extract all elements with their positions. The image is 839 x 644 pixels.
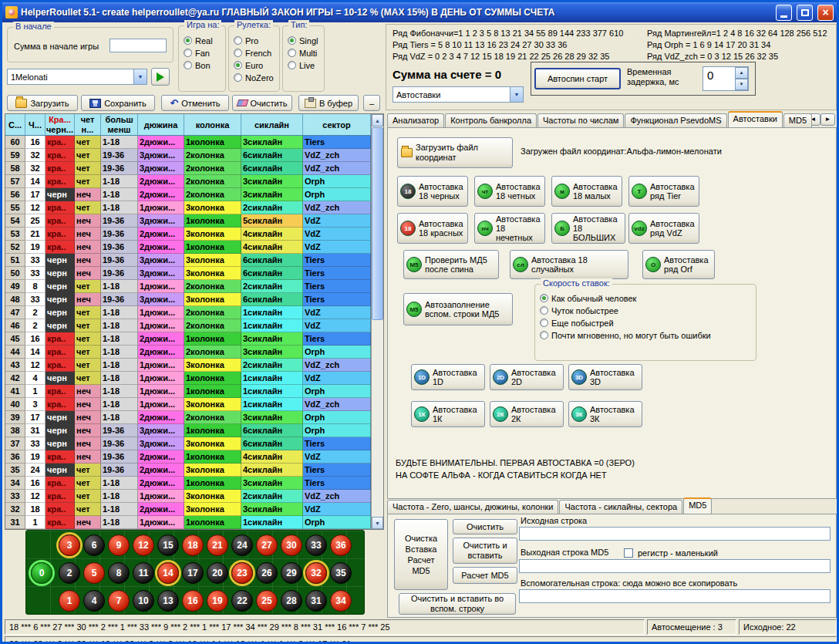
autobet-3k-button[interactable]: 3КАвтоставка 3К [568,401,642,427]
board-number-2[interactable]: 2 [59,562,80,584]
board-number-4[interactable]: 4 [83,590,105,612]
load-coordinates-button[interactable]: Загрузить файл координат [397,137,513,168]
scroll-up-icon[interactable]: ▲ [372,114,383,126]
spin-row-47[interactable]: 472чернчет1-181дюжи...2колонка1сиклайнVd… [5,306,371,319]
board-number-1[interactable]: 1 [59,590,80,612]
spin-row-38[interactable]: 3831черннеч19-363дюжи...1колонка6сиклайн… [5,424,371,437]
spin-row-44[interactable]: 4414кра..чет1-182дюжи...2колонка3сиклайн… [5,346,371,359]
spin-row-48[interactable]: 4833черннеч19-363дюжи...3колонка6сиклайн… [5,293,371,306]
spin-row-37[interactable]: 3733черннеч19-363дюжи...3колонка6сиклайн… [5,437,371,450]
radio-option-3[interactable]: Live [288,60,324,70]
source-string-input[interactable] [519,527,831,541]
spin-row-36[interactable]: 3619кра..неч19-362дюжи...1колонка4сиклай… [5,450,371,464]
board-number-19[interactable]: 19 [207,590,228,612]
board-number-7[interactable]: 7 [108,590,130,612]
spin-row-32[interactable]: 3218кра..чет1-182дюжи...3колонка3сиклайн… [5,503,371,516]
board-number-35[interactable]: 35 [330,562,352,584]
radio-option-1[interactable]: Real [184,35,225,46]
spin-row-57[interactable]: 5714кра..чет1-182дюжи...2колонка3сиклайн… [5,175,371,188]
autobet-18-odd-button[interactable]: нчАвтоставка 18 нечетных [474,213,545,244]
radio-option-3[interactable]: Euro [234,60,279,70]
output-string-input[interactable] [519,559,831,573]
collapse-button[interactable]: – [363,95,380,111]
minimize-button[interactable] [776,5,792,21]
tab-top-4[interactable]: Функционал PsevdoMS [625,113,726,127]
md5-clear-and-paste-button[interactable]: Очистить и вставить [453,538,517,564]
radio-option-2[interactable]: French [234,48,279,58]
board-number-6[interactable]: 6 [83,534,105,556]
board-number-8[interactable]: 8 [108,562,130,584]
spin-row-35[interactable]: 3524чернчет19-362дюжи...3колонка4сиклайн… [5,464,371,477]
tab-top-6[interactable]: MD5 [783,113,812,127]
autobet-18-random-button[interactable]: слАвтоставка 18 случайных [510,250,628,279]
board-number-30[interactable]: 30 [281,534,302,556]
md5-clear-button[interactable]: Очистить [453,519,517,534]
board-number-21[interactable]: 21 [207,534,228,556]
radio-option-3[interactable]: Еще побыстрей [540,318,756,328]
spinner-down-icon[interactable]: ▼ [735,79,748,90]
scroll-down-icon[interactable]: ▼ [372,517,383,529]
board-number-20[interactable]: 20 [207,562,228,584]
board-number-10[interactable]: 10 [133,590,154,612]
autobet-18-even-button[interactable]: чтАвтоставка 18 четных [474,176,545,207]
autobet-2d-button[interactable]: 2DАвтоставка 2D [490,364,564,390]
table-scrollbar[interactable]: ▲ ▼ [371,114,383,529]
tab-top-3[interactable]: Частоты по числам [537,113,624,127]
autobet-18-black-button[interactable]: 18Автоставка 18 черных [397,176,468,207]
board-number-25[interactable]: 25 [256,590,278,612]
undo-button[interactable]: Отменить [161,95,229,111]
play-button[interactable] [151,68,170,86]
autobet-vdz-row-button[interactable]: vdzАвтоставка ряд VdZ [628,213,699,244]
autobet-1d-button[interactable]: 1DАвтоставка 1D [411,364,485,390]
board-number-15[interactable]: 15 [157,534,179,556]
spin-row-59[interactable]: 5932кра..чет19-363дюжи...2колонка6сиклай… [5,149,371,162]
spin-row-53[interactable]: 5321кра..неч19-362дюжи...3колонка4сиклай… [5,228,371,241]
md5-calc-button[interactable]: Расчет MD5 [453,567,517,584]
autobet-3d-button[interactable]: 3DАвтоставка 3D [568,364,642,390]
register-checkbox[interactable] [624,548,633,558]
board-number-18[interactable]: 18 [182,534,204,556]
board-number-23[interactable]: 23 [231,562,253,584]
spin-row-55[interactable]: 5512кра..чет1-181дюжи...3колонка2сиклайн… [5,201,371,214]
tab-top-5[interactable]: Автоставки [728,111,783,127]
autobet-2k-button[interactable]: 2КАвтоставка 2К [490,401,564,427]
tab-scroll-right-icon[interactable]: ► [820,113,835,126]
spin-row-40[interactable]: 403кра..неч1-181дюжи...3колонка1сиклайнV… [5,398,371,411]
maximize-button[interactable] [797,5,813,21]
autobet-1k-button[interactable]: 1КАвтоставка 1К [411,401,485,427]
radio-option-2[interactable]: Multi [288,48,324,58]
radio-option-1[interactable]: Как обычный человек [540,293,756,303]
autobet-orf-row-button[interactable]: ОАвтоставка ряд Orf [642,250,715,279]
start-sum-input[interactable] [110,39,167,52]
board-number-0[interactable]: 0 [31,562,52,584]
spins-table-body[interactable]: 6016кра..чет1-182дюжи...1колонка3сиклайн… [5,136,371,529]
autobet-18-small-button[interactable]: мАвтоставка 18 малых [551,176,622,207]
clear-button[interactable]: Очистить [232,95,292,111]
spin-row-60[interactable]: 6016кра..чет1-182дюжи...1колонка3сиклайн… [5,136,371,149]
board-number-29[interactable]: 29 [281,562,302,584]
board-number-33[interactable]: 33 [305,534,327,556]
spin-row-52[interactable]: 5219кра..неч19-362дюжи...1колонка4сиклай… [5,241,371,254]
md5-clear-paste-calc-button[interactable]: Очистка Вставка Расчет MD5 [394,519,448,590]
delay-spinner[interactable]: 0 ▲ ▼ [703,66,749,91]
spin-row-46[interactable]: 462чернчет1-181дюжи...2колонка1сиклайнVd… [5,319,371,332]
save-button[interactable]: Сохранить [81,95,155,111]
board-number-12[interactable]: 12 [133,534,154,556]
board-number-31[interactable]: 31 [305,590,327,612]
board-number-27[interactable]: 27 [256,534,278,556]
scrollbar-thumb[interactable] [372,127,383,320]
spin-row-43[interactable]: 4312кра..чет1-181дюжи...3колонка2сиклайн… [5,359,371,372]
board-number-14[interactable]: 14 [157,562,179,584]
board-number-11[interactable]: 11 [133,562,154,584]
autospin-start-button[interactable]: Автоспин старт [534,68,621,89]
spin-row-31[interactable]: 311кра..неч1-181дюжи...1колонка1сиклайнO… [5,516,371,529]
radio-option-2[interactable]: Чуток побыстрее [540,305,756,315]
copy-to-buffer-button[interactable]: В буфер [298,95,359,111]
chevron-down-icon[interactable]: ▼ [510,87,523,102]
board-number-22[interactable]: 22 [231,590,253,612]
load-button[interactable]: Загрузить [7,95,78,111]
spinner-up-icon[interactable]: ▲ [735,67,748,79]
aux-string-input[interactable] [519,589,831,603]
autofill-md5-aux-button[interactable]: М5Автозаполнение вспом. строки МД5 [403,293,513,325]
autobet-tier-row-button[interactable]: ТАвтоставка ряд Tier [628,176,699,207]
